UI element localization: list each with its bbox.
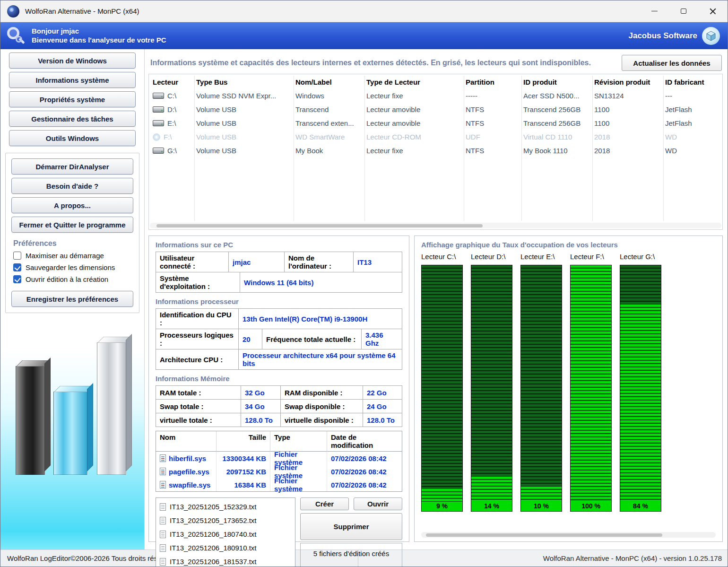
about-button[interactable]: A propos... xyxy=(11,197,133,213)
help-button[interactable]: Besoin d'aide ? xyxy=(11,178,133,194)
text-file-icon xyxy=(160,531,166,538)
cpu-info-title: Informations processeur xyxy=(156,297,402,305)
sidebar-item-gestionnaire-taches[interactable]: Gestionnaire des tâches xyxy=(9,111,136,127)
horizontal-scrollbar[interactable] xyxy=(421,532,716,538)
drive-bus: Volume USB xyxy=(192,130,292,144)
sidebar-item-version-windows[interactable]: Version de Windows xyxy=(9,52,136,69)
checkbox-icon[interactable] xyxy=(13,252,21,260)
column-header[interactable]: Lecteur xyxy=(149,74,192,89)
file-type: Fichier système xyxy=(270,465,327,478)
os-value: Windows 11 (64 bits) xyxy=(240,272,402,293)
sidebar-item-outils-windows[interactable]: Outils Windows xyxy=(9,130,136,146)
column-header[interactable]: Partition xyxy=(462,74,520,89)
logo-bar-side xyxy=(44,358,51,471)
drive-icon xyxy=(153,93,164,99)
usage-fill xyxy=(620,305,661,511)
file-type: Fichier système xyxy=(270,452,327,465)
edition-file-name: IT13_20251206_180910.txt xyxy=(170,544,257,552)
drive-letter: C:\ xyxy=(167,92,176,100)
list-item[interactable]: IT13_20251206_180740.txt xyxy=(156,527,295,541)
greeting-block: Bonjour jmjac Bienvenue dans l'analyseur… xyxy=(32,27,166,45)
cpu-id-value: 13th Gen Intel(R) Core(TM) i9-13900H xyxy=(239,309,402,329)
text-file-icon xyxy=(160,558,166,566)
content: Version de Windows Informations système … xyxy=(0,49,728,550)
cpu-logical-value: 20 xyxy=(239,329,262,349)
list-item[interactable]: IT13_20251205_173652.txt xyxy=(156,514,295,527)
horizontal-scrollbar[interactable] xyxy=(150,223,721,228)
drive-icon xyxy=(153,106,164,113)
drive-vendor: JetFlash xyxy=(661,103,722,116)
close-button[interactable] xyxy=(698,0,728,22)
column-header[interactable]: Type Bus xyxy=(192,74,292,89)
drive-type: Lecteur amovible xyxy=(363,116,462,130)
pc-info-panel: Informations sur ce PC Utilisateur conne… xyxy=(148,236,409,542)
start-diranalyser-button[interactable]: Démarrer DirAnalyser xyxy=(11,158,133,174)
sidebar-item-proprietes-systeme[interactable]: Propriétés système xyxy=(9,91,136,107)
cpu-info-table: Identification du CPU : 13th Gen Intel(R… xyxy=(156,308,402,370)
scrollbar-thumb[interactable] xyxy=(156,224,483,227)
usage-percent: 9 % xyxy=(422,502,462,511)
list-item[interactable]: IT13_20251206_181537.txt xyxy=(156,555,295,567)
cpu-freq-value: 3.436 Ghz xyxy=(362,329,402,349)
drive-vendor: JetFlash xyxy=(661,116,722,130)
column-header[interactable]: ID fabricant xyxy=(661,74,722,89)
titlebar: WolfoRan Alternative - MonPC (x64) xyxy=(0,0,728,22)
table-row-drive-d[interactable]: D:\ Volume USB Transcend Lecteur amovibl… xyxy=(149,103,722,116)
file-name: pagefile.sys xyxy=(169,468,209,476)
column-separator xyxy=(294,76,294,221)
maximize-button[interactable] xyxy=(669,0,698,22)
save-preferences-button[interactable]: Enregistrer les préférences xyxy=(11,291,133,307)
quit-button[interactable]: Fermer et Quitter le programme xyxy=(11,217,133,233)
logo-bar-blue xyxy=(53,392,87,475)
drive-letter: D:\ xyxy=(167,105,176,113)
magnifier-small-lens xyxy=(16,36,22,43)
open-button[interactable]: Ouvrir xyxy=(354,497,402,510)
column-header[interactable]: Type de Lecteur xyxy=(363,74,462,89)
checkbox-icon[interactable] xyxy=(13,263,21,271)
welcome-text: Bienvenue dans l'analyseur de votre PC xyxy=(32,36,166,45)
brand-name: Jacobus Software xyxy=(629,31,698,41)
system-file-icon xyxy=(160,468,166,475)
column-header[interactable]: ID produit xyxy=(520,74,590,89)
drive-partition: NTFS xyxy=(462,144,520,157)
checkbox-icon[interactable] xyxy=(13,275,21,283)
edition-file-name: IT13_20251206_181537.txt xyxy=(170,558,257,566)
gauge-drive-g: Lecteur G:\ 84 % xyxy=(620,253,661,512)
drive-icon xyxy=(153,120,164,126)
scrollbar-thumb[interactable] xyxy=(426,533,662,537)
gauge-row: Lecteur C:\ 9 % Lecteur D:\ 14 % xyxy=(421,253,716,512)
list-item[interactable]: IT13_20251206_180910.txt xyxy=(156,541,295,555)
usage-bar: 9 % xyxy=(421,265,463,512)
drive-bus: Volume USB xyxy=(192,144,292,157)
drives-info-row: Informations système et capacités des le… xyxy=(150,55,722,71)
preferences-title: Préférences xyxy=(13,239,136,248)
file-date: 07/02/2026 08:42 xyxy=(327,478,402,491)
logo-bar-side xyxy=(87,383,93,471)
refresh-data-button[interactable]: Actualiser les données xyxy=(622,55,722,71)
table-row-drive-f[interactable]: F:\ Volume USB WD SmartWare Lecteur CD-R… xyxy=(149,130,722,144)
file-date: 07/02/2026 08:42 xyxy=(327,452,402,465)
delete-button[interactable]: Supprimer xyxy=(300,513,402,540)
sidebar: Version de Windows Informations système … xyxy=(0,49,145,550)
table-row-drive-g[interactable]: G:\ Volume USB My Book Lecteur fixe NTFS… xyxy=(149,144,722,157)
drive-partition: NTFS xyxy=(462,116,520,130)
pref-open-edition[interactable]: Ouvrir édition à la création xyxy=(13,275,136,283)
create-button[interactable]: Créer xyxy=(300,497,349,510)
app-icon xyxy=(7,5,19,17)
list-item[interactable]: IT13_20251205_152329.txt xyxy=(156,500,295,514)
computer-value: IT13 xyxy=(354,252,402,272)
pref-save-dimensions[interactable]: Sauvegarder les dimensions xyxy=(13,263,136,271)
column-header[interactable]: Nom/Label xyxy=(292,74,363,89)
column-header: Taille xyxy=(217,431,270,452)
minimize-button[interactable] xyxy=(640,0,669,22)
mem-label: virtuelle totale : xyxy=(156,413,241,427)
pref-maximize-startup[interactable]: Maximiser au démarrage xyxy=(13,252,136,260)
table-row-drive-e[interactable]: E:\ Volume USB Transcend exten... Lecteu… xyxy=(149,116,722,130)
editions-section: IT13_20251205_152329.txt IT13_20251205_1… xyxy=(156,497,402,567)
file-name: swapfile.sys xyxy=(169,481,210,489)
mem-label: RAM disponible : xyxy=(281,386,363,400)
edition-files-list[interactable]: IT13_20251205_152329.txt IT13_20251205_1… xyxy=(156,497,295,567)
table-row-drive-c[interactable]: C:\ Volume SSD NVM Expr... Windows Lecte… xyxy=(149,89,722,103)
column-header[interactable]: Révision produit xyxy=(590,74,661,89)
sidebar-item-informations-systeme[interactable]: Informations système xyxy=(9,72,136,88)
